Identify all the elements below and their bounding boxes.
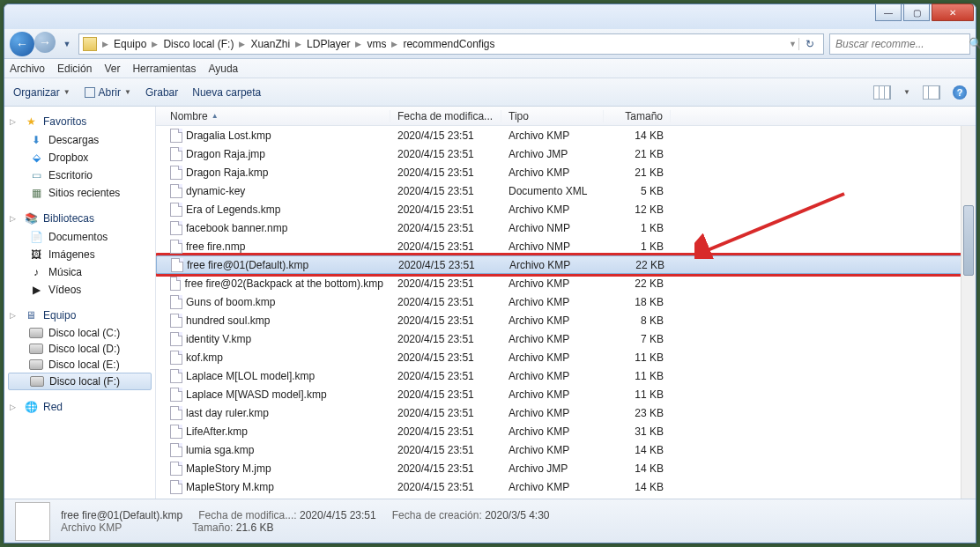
file-row[interactable]: free fire@02(Backpack at the bottom).kmp… bbox=[156, 274, 976, 292]
file-row[interactable]: free fire.nmp2020/4/15 23:51Archivo NMP1… bbox=[156, 237, 976, 255]
help-button[interactable]: ? bbox=[953, 85, 967, 100]
menu-edicion[interactable]: Edición bbox=[57, 63, 92, 75]
menu-ayuda[interactable]: Ayuda bbox=[208, 63, 238, 75]
file-icon bbox=[170, 332, 182, 346]
search-input[interactable] bbox=[835, 38, 969, 50]
sidebar-item-musica[interactable]: ♪Música bbox=[4, 263, 155, 281]
file-row[interactable]: dynamic-key2020/4/15 23:51Documento XML5… bbox=[156, 181, 976, 200]
col-fecha[interactable]: Fecha de modifica... bbox=[390, 110, 501, 122]
file-icon bbox=[170, 184, 182, 198]
sidebar-bibliotecas[interactable]: ▷📚Bibliotecas bbox=[4, 209, 155, 228]
file-icon bbox=[170, 277, 181, 291]
bc-item[interactable]: Disco local (F:) bbox=[160, 38, 237, 50]
minimize-button[interactable]: — bbox=[875, 4, 902, 21]
col-tamano[interactable]: Tamaño bbox=[604, 110, 671, 122]
sidebar-item-drive-d[interactable]: Disco local (D:) bbox=[4, 341, 155, 357]
sidebar-item-sitios[interactable]: ▦Sitios recientes bbox=[4, 184, 155, 202]
file-pane: Nombre▲ Fecha de modifica... Tipo Tamaño… bbox=[156, 107, 976, 499]
file-icon bbox=[170, 480, 182, 494]
forward-button[interactable]: → bbox=[34, 32, 56, 53]
file-icon bbox=[171, 258, 183, 272]
file-row[interactable]: identity V.kmp2020/4/15 23:51Archivo KMP… bbox=[156, 329, 976, 348]
sidebar-item-imagenes[interactable]: 🖼Imágenes bbox=[4, 246, 155, 263]
view-dropdown[interactable]: ▼ bbox=[903, 88, 910, 96]
file-row[interactable]: LifeAfter.kmp2020/4/15 23:51Archivo KMP3… bbox=[156, 422, 976, 440]
file-row[interactable]: last day ruler.kmp2020/4/15 23:51Archivo… bbox=[156, 403, 976, 422]
newfolder-button[interactable]: Nueva carpeta bbox=[192, 86, 261, 99]
file-row[interactable]: MapleStory M.jmp2020/4/15 23:51Archivo J… bbox=[156, 459, 976, 477]
file-row[interactable]: hundred soul.kmp2020/4/15 23:51Archivo K… bbox=[156, 311, 976, 329]
file-row[interactable]: kof.kmp2020/4/15 23:51Archivo KMP11 KB bbox=[156, 348, 976, 366]
titlebar[interactable]: — ▢ ✕ bbox=[4, 4, 976, 29]
file-row[interactable]: facebook banner.nmp2020/4/15 23:51Archiv… bbox=[156, 218, 976, 237]
history-dropdown[interactable]: ▼ bbox=[61, 40, 73, 48]
file-row[interactable]: Era of Legends.kmp2020/4/15 23:51Archivo… bbox=[156, 200, 976, 218]
file-row[interactable]: Guns of boom.kmp2020/4/15 23:51Archivo K… bbox=[156, 292, 976, 311]
bc-item[interactable]: Equipo bbox=[110, 38, 150, 50]
close-button[interactable]: ✕ bbox=[932, 4, 974, 21]
open-button[interactable]: Abrir▼ bbox=[85, 86, 131, 99]
menu-herramientas[interactable]: Herramientas bbox=[132, 63, 196, 75]
scrollbar-thumb[interactable] bbox=[963, 205, 974, 276]
file-row[interactable]: Dragalia Lost.kmp2020/4/15 23:51Archivo … bbox=[156, 126, 976, 144]
file-icon bbox=[170, 462, 182, 476]
file-row[interactable]: Dragon Raja.kmp2020/4/15 23:51Archivo KM… bbox=[156, 163, 976, 181]
menu-ver[interactable]: Ver bbox=[104, 63, 120, 75]
file-icon bbox=[170, 388, 182, 402]
sidebar: ▷★Favoritos ⬇Descargas ⬙Dropbox ▭Escrito… bbox=[4, 107, 156, 499]
file-icon bbox=[170, 443, 182, 457]
search-box[interactable]: 🔍 bbox=[829, 33, 970, 55]
preview-pane-button[interactable] bbox=[923, 85, 940, 100]
file-icon bbox=[170, 129, 182, 143]
sidebar-item-escritorio[interactable]: ▭Escritorio bbox=[4, 166, 155, 184]
back-button[interactable]: ← bbox=[10, 32, 34, 56]
file-row[interactable]: Laplace M[LOL model].kmp2020/4/15 23:51A… bbox=[156, 366, 976, 385]
file-row[interactable]: lumia sga.kmp2020/4/15 23:51Archivo KMP1… bbox=[156, 440, 976, 459]
navbar: ← → ▼ ▶ Equipo▶ Disco local (F:)▶ XuanZh… bbox=[4, 29, 976, 59]
sidebar-item-drive-f[interactable]: Disco local (F:) bbox=[8, 373, 152, 390]
menu-archivo[interactable]: Archivo bbox=[10, 63, 45, 75]
column-headers: Nombre▲ Fecha de modifica... Tipo Tamaño bbox=[156, 107, 976, 126]
file-icon bbox=[170, 203, 182, 217]
bc-item[interactable]: XuanZhi bbox=[247, 38, 293, 50]
file-icon bbox=[170, 240, 182, 254]
file-row[interactable]: free fire@01(Default).kmp2020/4/15 23:51… bbox=[156, 255, 976, 274]
file-icon bbox=[170, 425, 182, 439]
sidebar-item-dropbox[interactable]: ⬙Dropbox bbox=[4, 149, 155, 166]
burn-button[interactable]: Grabar bbox=[145, 86, 178, 99]
sidebar-favorites[interactable]: ▷★Favoritos bbox=[4, 112, 155, 131]
sidebar-item-descargas[interactable]: ⬇Descargas bbox=[4, 131, 155, 149]
sidebar-item-drive-c[interactable]: Disco local (C:) bbox=[4, 325, 155, 341]
menubar: Archivo Edición Ver Herramientas Ayuda bbox=[4, 59, 976, 78]
col-nombre[interactable]: Nombre▲ bbox=[163, 110, 390, 122]
file-list[interactable]: Dragalia Lost.kmp2020/4/15 23:51Archivo … bbox=[156, 126, 976, 499]
file-icon bbox=[170, 166, 182, 180]
sidebar-item-documentos[interactable]: 📄Documentos bbox=[4, 228, 155, 246]
breadcrumb-dropdown[interactable]: ▼ bbox=[787, 40, 798, 48]
file-preview-icon bbox=[15, 502, 50, 541]
file-icon bbox=[170, 221, 182, 235]
bc-item[interactable]: LDPlayer bbox=[303, 38, 353, 50]
bc-item[interactable]: recommendConfigs bbox=[399, 38, 498, 50]
file-row[interactable]: MapleStory M.kmp2020/4/15 23:51Archivo K… bbox=[156, 477, 976, 496]
file-icon bbox=[170, 147, 182, 161]
breadcrumb[interactable]: ▶ Equipo▶ Disco local (F:)▶ XuanZhi▶ LDP… bbox=[78, 33, 824, 55]
search-icon: 🔍 bbox=[969, 37, 980, 50]
sidebar-item-videos[interactable]: ▶Vídeos bbox=[4, 281, 155, 299]
file-row[interactable]: Dragon Raja.jmp2020/4/15 23:51Archivo JM… bbox=[156, 144, 976, 163]
file-icon bbox=[170, 314, 182, 328]
status-filename: free fire@01(Default).kmp bbox=[61, 509, 182, 521]
refresh-button[interactable]: ↻ bbox=[798, 38, 820, 50]
col-tipo[interactable]: Tipo bbox=[501, 110, 604, 122]
file-icon bbox=[170, 369, 182, 383]
sidebar-red[interactable]: ▷🌐Red bbox=[4, 397, 155, 417]
sidebar-item-drive-e[interactable]: Disco local (E:) bbox=[4, 357, 155, 373]
statusbar: free fire@01(Default).kmp Fecha de modif… bbox=[4, 499, 976, 543]
maximize-button[interactable]: ▢ bbox=[903, 4, 930, 21]
view-mode-button[interactable] bbox=[873, 85, 891, 100]
scrollbar[interactable] bbox=[961, 126, 976, 499]
file-row[interactable]: Laplace M[WASD model].kmp2020/4/15 23:51… bbox=[156, 385, 976, 403]
bc-item[interactable]: vms bbox=[363, 38, 390, 50]
sidebar-equipo[interactable]: ▷🖥Equipo bbox=[4, 306, 155, 325]
organize-button[interactable]: Organizar▼ bbox=[13, 86, 71, 99]
